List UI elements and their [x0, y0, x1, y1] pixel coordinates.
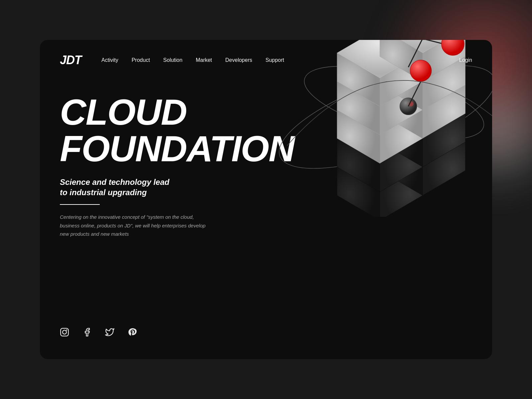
- nav-item-activity[interactable]: Activity: [101, 57, 118, 63]
- pinterest-icon[interactable]: [128, 328, 137, 339]
- svg-point-43: [63, 330, 66, 334]
- hero-description: Centering on the innovative concept of "…: [60, 213, 213, 238]
- outer-wrapper: JDT Activity Product Solution Market Dev…: [0, 0, 532, 399]
- hero-section: CLOUD FOUNDATION Science and technology …: [40, 77, 492, 359]
- nav-links: Activity Product Solution Market Develop…: [101, 57, 459, 63]
- nav-item-developers[interactable]: Developers: [225, 57, 252, 63]
- login-button[interactable]: Login: [459, 57, 472, 63]
- hero-title-line1: CLOUD: [60, 91, 187, 132]
- hero-divider: [60, 204, 100, 205]
- twitter-icon[interactable]: [105, 328, 114, 339]
- navbar: JDT Activity Product Solution Market Dev…: [40, 40, 492, 77]
- nav-item-market[interactable]: Market: [196, 57, 212, 63]
- main-card: JDT Activity Product Solution Market Dev…: [40, 40, 492, 359]
- svg-rect-42: [61, 328, 68, 336]
- facebook-icon[interactable]: [82, 328, 92, 339]
- nav-item-support[interactable]: Support: [266, 57, 284, 63]
- social-icons: [60, 328, 137, 339]
- nav-item-solution[interactable]: Solution: [163, 57, 183, 63]
- instagram-icon[interactable]: [60, 328, 69, 339]
- svg-point-44: [66, 330, 67, 331]
- logo: JDT: [60, 53, 81, 67]
- nav-item-product[interactable]: Product: [132, 57, 150, 63]
